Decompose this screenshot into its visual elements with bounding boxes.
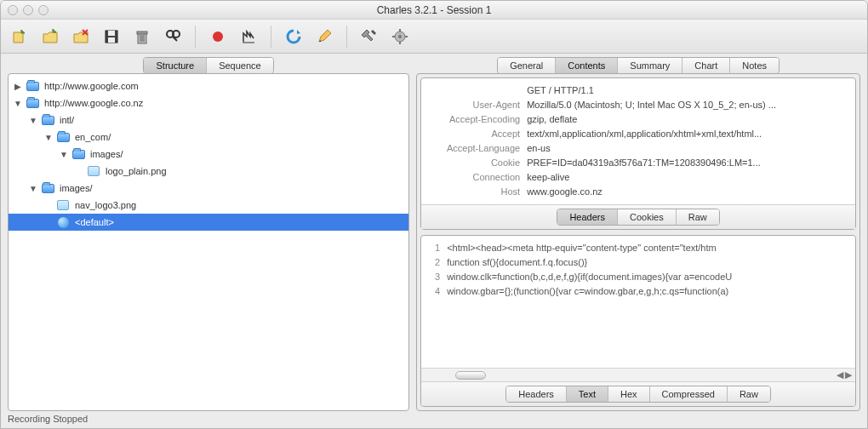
tab-chart[interactable]: Chart <box>682 58 730 73</box>
disclosure-arrow-icon[interactable]: ▶ <box>14 82 22 91</box>
svg-rect-9 <box>108 37 115 43</box>
tab-contents[interactable]: Contents <box>556 58 618 73</box>
bodytab-text[interactable]: Text <box>567 386 608 402</box>
open-session-button[interactable] <box>40 26 60 47</box>
tree-item-label: en_com/ <box>73 132 111 142</box>
tab-sequence[interactable]: Sequence <box>207 58 273 73</box>
subtab-headers[interactable]: Headers <box>557 209 618 225</box>
line-number: 4 <box>428 284 447 299</box>
request-headers-box: GET / HTTP/1.1User-AgentMozilla/5.0 (Mac… <box>420 77 856 230</box>
disclosure-arrow-icon[interactable]: ▼ <box>44 133 53 142</box>
svg-point-18 <box>213 31 223 42</box>
header-value: gzip, deflate <box>527 112 848 127</box>
disclosure-arrow-icon[interactable]: ▼ <box>60 150 68 159</box>
svg-marker-2 <box>43 32 57 43</box>
tree-item[interactable]: ▼intl/ <box>9 112 408 129</box>
save-button[interactable] <box>101 26 122 47</box>
folder-icon <box>26 97 39 109</box>
svg-point-25 <box>398 35 402 38</box>
folder-icon <box>56 131 70 143</box>
folder-icon <box>71 148 85 160</box>
refresh-button[interactable] <box>283 26 304 47</box>
header-value: Mozilla/5.0 (Macintosh; U; Intel Mac OS … <box>527 98 848 112</box>
subtab-raw[interactable]: Raw <box>677 209 719 225</box>
titlebar: Charles 3.2.1 - Session 1 <box>1 1 867 20</box>
request-tree[interactable]: ▶http://www.google.com▼http://www.google… <box>9 74 408 410</box>
bodytab-hex[interactable]: Hex <box>608 386 650 402</box>
horizontal-scrollbar[interactable]: ◀▶ <box>421 368 855 381</box>
settings-button[interactable] <box>390 26 410 47</box>
svg-marker-21 <box>319 30 331 42</box>
toolbar-separator <box>271 26 271 48</box>
svg-marker-20 <box>297 30 300 34</box>
tab-notes[interactable]: Notes <box>730 58 779 73</box>
code-text: <html><head><meta http-equiv="content-ty… <box>447 241 717 255</box>
tree-item-label: images/ <box>89 149 123 159</box>
code-text: window.clk=function(b,c,d,e,f,g){if(docu… <box>447 270 732 284</box>
new-session-button[interactable] <box>9 26 30 47</box>
request-subtab-group: Headers Cookies Raw <box>557 209 719 226</box>
tab-general[interactable]: General <box>498 58 556 73</box>
code-text: function sf(){document.f.q.focus()} <box>447 255 587 270</box>
tree-item[interactable]: <default> <box>9 214 408 231</box>
svg-line-23 <box>372 31 375 34</box>
scroll-right-icon[interactable]: ▶ <box>845 369 852 380</box>
toolbar <box>1 20 867 54</box>
tree-item[interactable]: nav_logo3.png <box>9 197 408 214</box>
line-number: 2 <box>428 255 447 270</box>
header-key: Accept-Language <box>428 141 527 156</box>
tree-item[interactable]: ▼en_com/ <box>9 129 408 146</box>
header-value: en-us <box>527 141 848 156</box>
tab-summary[interactable]: Summary <box>618 58 682 73</box>
close-session-button[interactable] <box>71 26 91 47</box>
disclosure-arrow-icon[interactable]: ▼ <box>14 99 22 108</box>
tree-item[interactable]: logo_plain.png <box>9 163 408 180</box>
tree-item-label: images/ <box>58 183 93 193</box>
toolbar-separator <box>346 26 347 48</box>
details-panel: General Contents Summary Chart Notes GET… <box>416 57 860 411</box>
disclosure-arrow-icon[interactable]: ▼ <box>29 116 37 125</box>
bodytab-raw[interactable]: Raw <box>728 386 770 402</box>
scroll-left-icon[interactable]: ◀ <box>837 369 843 380</box>
tree-item[interactable]: ▼http://www.google.co.nz <box>9 94 408 112</box>
subtab-cookies[interactable]: Cookies <box>618 209 677 225</box>
tree-item[interactable]: ▶http://www.google.com <box>9 77 408 94</box>
svg-marker-0 <box>14 32 23 43</box>
tab-structure[interactable]: Structure <box>144 58 207 73</box>
header-value: keep-alive <box>527 170 848 185</box>
svg-rect-8 <box>108 31 115 36</box>
throttle-button[interactable] <box>238 26 259 47</box>
response-text[interactable]: 1<html><head><meta http-equiv="content-t… <box>421 236 855 368</box>
folder-icon <box>26 80 39 92</box>
image-file-icon <box>56 199 70 211</box>
globe-icon <box>56 216 70 228</box>
folder-icon <box>41 182 54 194</box>
scrollbar-thumb[interactable] <box>455 371 486 380</box>
header-key: Host <box>428 185 527 199</box>
edit-button[interactable] <box>314 26 334 47</box>
bodytab-compressed[interactable]: Compressed <box>650 386 728 402</box>
header-key <box>428 83 527 98</box>
toolbar-separator <box>195 26 196 48</box>
tree-item[interactable]: ▼images/ <box>9 146 408 163</box>
header-key: Cookie <box>428 156 527 170</box>
header-value: PREF=ID=da04319a3f576a71:TM=1208390496:L… <box>527 156 848 170</box>
clear-button[interactable] <box>132 26 152 47</box>
bodytab-headers[interactable]: Headers <box>506 386 567 402</box>
window-title: Charles 3.2.1 - Session 1 <box>1 4 867 16</box>
body-subtab-group: Headers Text Hex Compressed Raw <box>505 386 771 403</box>
tree-item-label: http://www.google.co.nz <box>43 98 143 108</box>
tree-item-label: intl/ <box>58 115 74 125</box>
find-button[interactable] <box>163 26 183 47</box>
request-line: GET / HTTP/1.1 <box>527 83 848 98</box>
tree-item-label: http://www.google.com <box>43 81 139 91</box>
code-text: window.gbar={};(function(){var c=window.… <box>447 284 728 299</box>
tree-item[interactable]: ▼images/ <box>9 180 408 197</box>
response-body-box: 1<html><head><meta http-equiv="content-t… <box>420 235 856 407</box>
folder-icon <box>41 114 54 126</box>
disclosure-arrow-icon[interactable]: ▼ <box>29 184 37 193</box>
record-button[interactable] <box>208 26 228 47</box>
line-number: 1 <box>428 241 447 255</box>
tools-button[interactable] <box>359 26 380 47</box>
header-value: text/xml,application/xml,application/xht… <box>527 127 848 141</box>
